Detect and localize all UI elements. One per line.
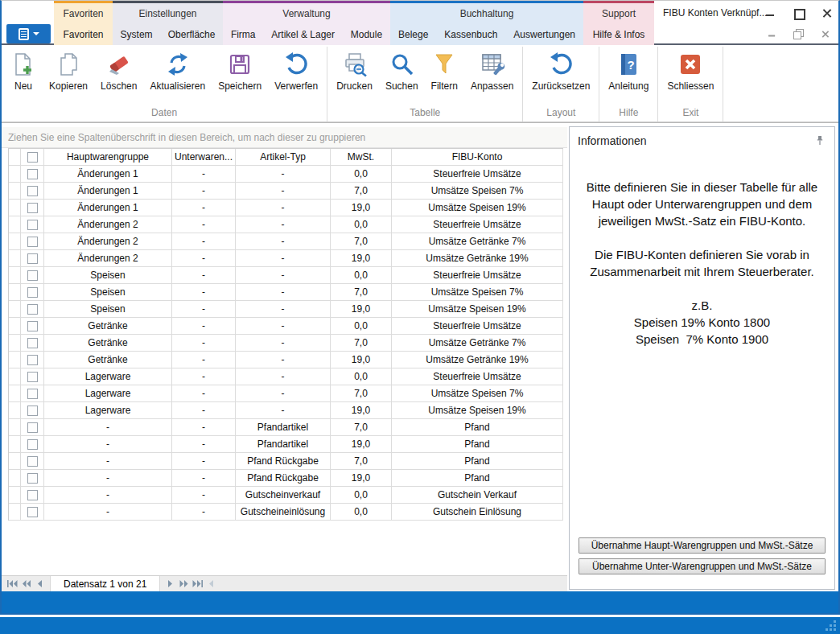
row-checkbox[interactable] [27,270,38,281]
cell-mwst[interactable]: 7,0 [331,233,392,250]
table-row[interactable]: Änderungen 1 - - 7,0 Umsätze Speisen 7% [9,183,563,200]
row-checkbox[interactable] [27,304,38,315]
cell-mwst[interactable]: 0,0 [331,318,392,335]
table-row[interactable]: Getränke - - 7,0 Umsätze Getränke 7% [9,335,563,352]
row-checkbox[interactable] [27,422,38,433]
cell-hauptwarengruppe[interactable]: - [44,470,172,487]
row-checkbox-cell[interactable] [21,453,44,470]
menu-item-firma[interactable]: Firma [229,29,257,40]
menu-item-belege[interactable]: Belege [397,29,430,40]
row-checkbox-cell[interactable] [21,436,44,453]
menu-item-hilfe-infos[interactable]: Hilfe & Infos [591,29,647,40]
cell-fibu-konto[interactable]: Umsätze Getränke 7% [392,233,563,250]
aktualisieren-button[interactable]: Aktualisieren [143,51,212,92]
speichern-button[interactable]: Speichern [212,51,268,92]
row-checkbox-cell[interactable] [21,216,44,233]
table-row[interactable]: Getränke - - 0,0 Steuerfreie Umsätze [9,318,563,335]
cell-fibu-konto[interactable]: Umsätze Getränke 19% [392,250,563,267]
cell-mwst[interactable]: 19,0 [331,301,392,318]
tab-buchhaltung[interactable]: Buchhaltung Belege Kassenbuch Auswertung… [390,1,583,45]
row-checkbox[interactable] [27,186,38,196]
row-checkbox[interactable] [27,355,38,365]
cell-artikel-typ[interactable]: Pfandartikel [236,419,331,436]
cell-hauptwarengruppe[interactable]: Änderungen 1 [44,166,172,183]
row-checkbox-cell[interactable] [21,487,44,504]
row-checkbox[interactable] [27,473,38,484]
cell-mwst[interactable]: 19,0 [331,402,392,419]
cell-unterwarengruppe[interactable]: - [172,200,236,216]
table-row[interactable]: - - Gutscheinverkauf 0,0 Gutschein Verka… [9,487,563,504]
cell-fibu-konto[interactable]: Umsätze Speisen 19% [392,301,563,318]
row-checkbox-cell[interactable] [21,368,44,385]
anleitung-button[interactable]: ? Anleitung [602,51,655,92]
table-row[interactable]: - - Pfand Rückgabe 7,0 Pfand [9,453,563,470]
header-checkbox-cell[interactable] [21,149,44,166]
suchen-button[interactable]: Suchen [379,51,425,92]
nav-next-button[interactable] [163,576,177,592]
neu-button[interactable]: Neu [4,51,43,92]
cell-artikel-typ[interactable]: Gutscheineinlösung [236,504,331,521]
uebernahme-unterwarengruppen-button[interactable]: Übernahme Unter-Warengruppen und MwSt.-S… [579,558,826,574]
row-checkbox-cell[interactable] [21,200,44,216]
column-header-fibu-konto[interactable]: FIBU-Konto [392,149,563,166]
cell-mwst[interactable]: 19,0 [331,200,392,216]
tab-favoriten[interactable]: Favoriten Favoriten [54,1,113,45]
table-row[interactable]: Getränke - - 19,0 Umsätze Getränke 19% [9,352,563,368]
zuruecksetzen-button[interactable]: Zurücksetzen [525,51,596,92]
pin-icon[interactable] [815,134,825,149]
menu-item-artikel-lager[interactable]: Artikel & Lager [270,29,336,40]
cell-artikel-typ[interactable]: - [236,284,331,301]
row-checkbox[interactable] [27,507,38,517]
cell-mwst[interactable]: 0,0 [331,487,392,504]
cell-artikel-typ[interactable]: - [236,267,331,284]
table-row[interactable]: Änderungen 2 - - 0,0 Steuerfreie Umsätze [9,216,563,233]
cell-artikel-typ[interactable]: - [236,200,331,216]
cell-hauptwarengruppe[interactable]: Getränke [44,318,172,335]
cell-fibu-konto[interactable]: Umsätze Speisen 7% [392,284,563,301]
cell-unterwarengruppe[interactable]: - [172,335,236,352]
row-checkbox[interactable] [27,237,38,247]
cell-fibu-konto[interactable]: Steuerfreie Umsätze [392,216,563,233]
row-checkbox-cell[interactable] [21,419,44,436]
resize-grip-icon[interactable] [826,620,836,631]
tab-group-label[interactable]: Favoriten [54,3,113,24]
cell-hauptwarengruppe[interactable]: Speisen [44,267,172,284]
cell-artikel-typ[interactable]: - [236,402,331,419]
cell-unterwarengruppe[interactable]: - [172,504,236,521]
tab-einstellungen[interactable]: Einstellungen System Oberfläche [113,1,223,45]
cell-unterwarengruppe[interactable]: - [172,352,236,368]
row-checkbox-cell[interactable] [21,402,44,419]
menu-item-oberflaeche[interactable]: Oberfläche [167,29,217,40]
cell-hauptwarengruppe[interactable]: - [44,453,172,470]
row-checkbox[interactable] [27,169,38,179]
cell-fibu-konto[interactable]: Steuerfreie Umsätze [392,166,563,183]
cell-fibu-konto[interactable]: Umsätze Getränke 19% [392,352,563,368]
cell-unterwarengruppe[interactable]: - [172,470,236,487]
table-row[interactable]: Änderungen 1 - - 19,0 Umsätze Speisen 19… [9,200,563,216]
cell-unterwarengruppe[interactable]: - [172,250,236,267]
filtern-button[interactable]: Filtern [425,51,464,92]
row-checkbox-cell[interactable] [21,335,44,352]
select-all-checkbox[interactable] [27,152,38,163]
cell-artikel-typ[interactable]: - [236,216,331,233]
nav-first-button[interactable] [6,576,19,592]
cell-mwst[interactable]: 7,0 [331,419,392,436]
cell-hauptwarengruppe[interactable]: - [44,419,172,436]
row-checkbox-cell[interactable] [21,352,44,368]
cell-unterwarengruppe[interactable]: - [172,453,236,470]
cell-fibu-konto[interactable]: Steuerfreie Umsätze [392,368,563,385]
child-restore-button[interactable] [793,29,804,39]
cell-fibu-konto[interactable]: Umsätze Getränke 7% [392,335,563,352]
cell-mwst[interactable]: 0,0 [331,368,392,385]
kopieren-button[interactable]: Kopieren [43,51,94,92]
cell-hauptwarengruppe[interactable]: Lagerware [44,385,172,402]
row-checkbox[interactable] [27,253,38,264]
cell-fibu-konto[interactable]: Umsätze Speisen 7% [392,183,563,200]
cell-mwst[interactable]: 19,0 [331,352,392,368]
cell-mwst[interactable]: 19,0 [331,470,392,487]
cell-artikel-typ[interactable]: Pfand Rückgabe [236,470,331,487]
row-checkbox[interactable] [27,389,38,399]
cell-artikel-typ[interactable]: - [236,250,331,267]
table-row[interactable]: Änderungen 2 - - 7,0 Umsätze Getränke 7% [9,233,563,250]
cell-unterwarengruppe[interactable]: - [172,233,236,250]
